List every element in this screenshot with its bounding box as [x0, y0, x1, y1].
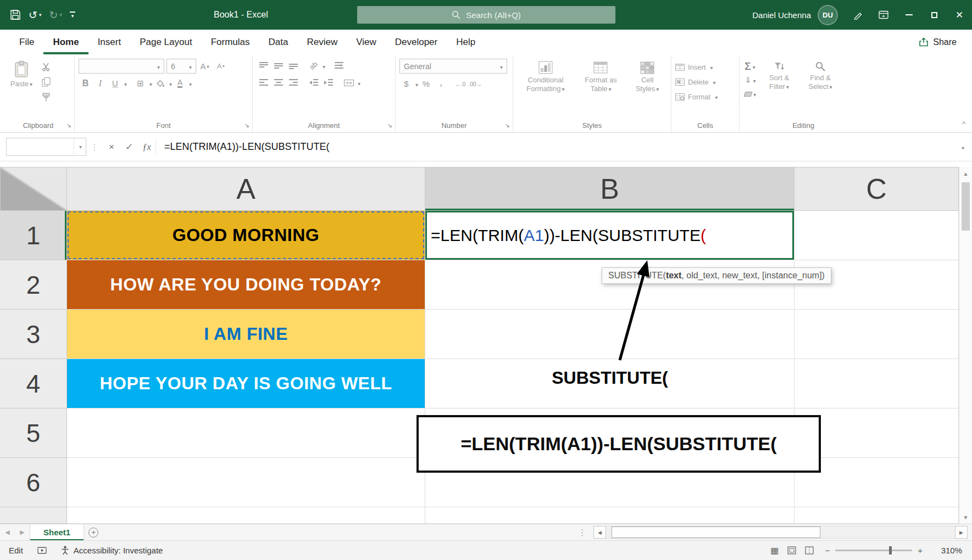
format-cells-button[interactable]: Format [675, 89, 735, 104]
column-header-b[interactable]: B [425, 167, 795, 211]
insert-chevron-icon[interactable] [709, 63, 713, 71]
enter-entry-button[interactable]: ✓ [120, 138, 138, 156]
sheet-nav-right-icon[interactable]: ▶ [15, 524, 30, 540]
font-name-combo[interactable] [79, 59, 164, 74]
cell-styles-chevron-icon[interactable] [655, 85, 659, 93]
borders-button[interactable]: ⊞ [134, 76, 147, 90]
cell-A4[interactable]: HOPE YOUR DAY IS GOING WELL [67, 359, 425, 408]
undo-button[interactable]: ↺▾ [25, 5, 45, 25]
search-box[interactable]: Search (Alt+Q) [357, 6, 615, 24]
underline-button[interactable]: U [108, 76, 122, 90]
cell-styles-button[interactable]: Cell Styles [630, 59, 664, 93]
accounting-chevron-icon[interactable] [414, 79, 418, 89]
ribbon-display-options-icon[interactable] [871, 0, 896, 30]
copy-button[interactable] [39, 75, 53, 89]
font-size-combo[interactable]: 6 [166, 59, 196, 74]
font-color-button[interactable]: A [173, 76, 187, 90]
ink-pen-icon[interactable] [846, 0, 871, 30]
find-select-button[interactable]: Find & Select [801, 59, 840, 91]
zoom-in-button[interactable]: + [918, 546, 923, 555]
undo-chevron-icon[interactable]: ▾ [39, 12, 42, 18]
row-header-4[interactable]: 4 [0, 359, 67, 408]
merge-chevron-icon[interactable] [357, 78, 360, 88]
sheet-nav-left-icon[interactable]: ◀ [0, 524, 15, 540]
alignment-dialog-launcher[interactable] [386, 121, 393, 129]
horizontal-scroll-thumb[interactable] [612, 527, 820, 538]
select-all-corner[interactable] [0, 167, 67, 211]
format-chevron-icon[interactable] [714, 93, 718, 101]
cell-A5[interactable] [67, 408, 425, 458]
row-header-1[interactable]: 1 [0, 211, 67, 260]
format-painter-button[interactable] [39, 91, 53, 104]
format-as-table-button[interactable]: Format as Table [579, 59, 623, 93]
name-box[interactable] [6, 138, 86, 156]
decrease-indent-button[interactable] [307, 76, 320, 89]
accounting-format-button[interactable]: $ [399, 77, 413, 91]
percent-style-button[interactable]: % [419, 77, 433, 91]
row-header-5[interactable]: 5 [0, 408, 67, 458]
avatar[interactable]: DU [819, 6, 837, 24]
insert-function-button[interactable]: ƒx [138, 138, 155, 156]
borders-chevron-icon[interactable] [148, 79, 152, 88]
customize-qat-button[interactable]: ▾ [66, 5, 79, 25]
scroll-down-icon[interactable]: ▼ [959, 511, 972, 524]
align-middle-button[interactable] [271, 59, 285, 72]
fill-chevron-icon[interactable] [752, 75, 756, 85]
font-name-chevron-icon[interactable] [156, 62, 160, 71]
italic-button[interactable]: I [93, 76, 107, 90]
tab-page-layout[interactable]: Page Layout [130, 30, 201, 54]
save-icon[interactable] [7, 5, 24, 25]
redo-button[interactable]: ↻▾ [46, 5, 65, 25]
font-color-chevron-icon[interactable] [188, 79, 192, 88]
autosum-button[interactable]: Σ [743, 60, 757, 73]
maximize-button[interactable] [921, 0, 947, 30]
format-as-table-chevron-icon[interactable] [608, 85, 612, 93]
increase-font-size-button[interactable]: A▲ [198, 59, 212, 73]
row-header-partial[interactable] [0, 507, 67, 524]
cell-A3[interactable]: I AM FINE [67, 310, 425, 359]
row-header-6[interactable]: 6 [0, 458, 67, 507]
new-sheet-button[interactable]: + [84, 524, 103, 540]
cell-C1[interactable] [795, 211, 959, 260]
comma-style-button[interactable]: , [434, 77, 448, 91]
zoom-slider[interactable] [835, 550, 912, 551]
redo-chevron-icon[interactable]: ▾ [59, 12, 62, 18]
increase-indent-button[interactable] [321, 76, 335, 89]
number-format-chevron-icon[interactable] [499, 62, 503, 71]
sheet-tab-sheet1[interactable]: Sheet1 [30, 524, 84, 540]
name-box-chevron-icon[interactable] [74, 138, 86, 155]
cell-C3[interactable] [795, 310, 959, 359]
zoom-out-button[interactable]: − [825, 546, 830, 555]
vertical-scrollbar[interactable]: ▲ ▼ [959, 167, 972, 524]
collapse-ribbon-button[interactable]: ^ [962, 120, 965, 128]
formula-bar-splitter-icon[interactable]: ⋮ [86, 143, 103, 152]
minimize-button[interactable] [896, 0, 921, 30]
insert-cells-button[interactable]: Insert [675, 60, 735, 74]
conditional-formatting-button[interactable]: Conditional Formatting [520, 59, 571, 93]
font-dialog-launcher[interactable] [243, 121, 251, 129]
paste-chevron-icon[interactable] [29, 80, 32, 88]
wrap-text-button[interactable] [332, 59, 346, 72]
tab-insert[interactable]: Insert [88, 30, 131, 54]
cell-C4[interactable] [795, 359, 959, 408]
delete-chevron-icon[interactable] [712, 78, 716, 86]
column-header-c[interactable]: C [795, 167, 959, 211]
align-right-button[interactable] [286, 76, 300, 89]
find-select-chevron-icon[interactable] [829, 82, 832, 91]
number-format-combo[interactable]: General [399, 59, 507, 74]
share-button[interactable]: Share [903, 30, 972, 54]
tab-data[interactable]: Data [259, 30, 298, 54]
align-center-button[interactable] [271, 76, 285, 89]
tab-scroll-splitter-icon[interactable]: ⋮ [578, 524, 586, 540]
align-bottom-button[interactable] [286, 59, 300, 72]
tab-view[interactable]: View [347, 30, 386, 54]
tab-developer[interactable]: Developer [386, 30, 447, 54]
increase-decimal-button[interactable]: ←.0 [453, 77, 467, 91]
normal-view-icon[interactable]: ▦ [770, 545, 779, 556]
clipboard-dialog-launcher[interactable] [65, 121, 73, 129]
cancel-entry-button[interactable]: × [103, 138, 120, 156]
hscroll-left-icon[interactable]: ◀ [593, 526, 606, 539]
row-header-3[interactable]: 3 [0, 310, 67, 359]
sort-filter-chevron-icon[interactable] [785, 82, 789, 91]
tab-file[interactable]: File [10, 30, 43, 54]
